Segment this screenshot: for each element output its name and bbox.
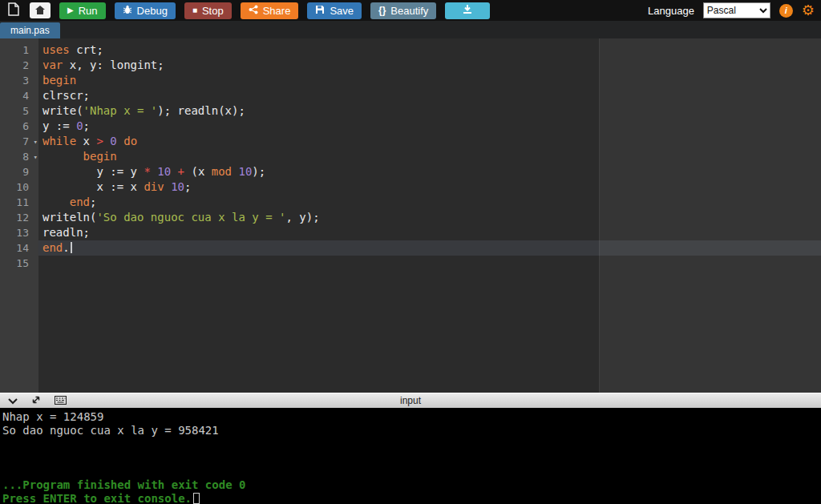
code-line[interactable] xyxy=(38,256,821,271)
onlinegdb-window: ▶ Run Debug ■ Stop Share Save {} xyxy=(0,0,821,504)
debug-button[interactable]: Debug xyxy=(115,2,176,19)
console-input-label: input xyxy=(0,395,821,406)
gutter-line-number: 6 xyxy=(0,119,38,134)
gutter-line-number: 11 xyxy=(0,195,38,210)
home-icon xyxy=(35,5,45,17)
code-line[interactable]: end. xyxy=(38,240,821,256)
expand-console-button[interactable] xyxy=(31,393,41,408)
gutter-line-number: 14 xyxy=(0,240,38,256)
share-icon xyxy=(249,5,258,17)
save-icon xyxy=(315,5,325,17)
gear-icon[interactable]: ⚙ xyxy=(802,3,815,18)
editor-gutter: 1234567▾8▾9101112131415 xyxy=(0,38,38,393)
console-line: ...Program finished with exit code 0 xyxy=(2,478,819,492)
save-button-label: Save xyxy=(330,5,354,17)
console-toolbar: input xyxy=(0,393,821,408)
code-line[interactable]: readln; xyxy=(38,225,821,240)
keyboard-icon xyxy=(55,393,67,408)
fold-toggle-icon[interactable]: ▾ xyxy=(34,150,38,165)
new-file-icon xyxy=(8,2,19,18)
tab-bar: main.pas xyxy=(0,21,821,38)
console-line xyxy=(2,465,819,478)
gutter-line-number: 3 xyxy=(0,73,38,88)
gutter-line-number: 15 xyxy=(0,256,38,271)
terminal-cursor xyxy=(193,493,200,504)
gutter-line-number: 4 xyxy=(0,88,38,103)
chevron-down-icon xyxy=(8,393,18,408)
stop-button-label: Stop xyxy=(202,5,224,17)
new-file-button[interactable] xyxy=(6,2,21,19)
download-button[interactable] xyxy=(445,2,490,19)
gutter-line-number: 13 xyxy=(0,225,38,240)
gutter-line-number: 2 xyxy=(0,58,38,73)
bug-icon xyxy=(123,5,132,17)
code-line[interactable]: while x > 0 do xyxy=(38,134,821,149)
code-line[interactable]: var x, y: longint; xyxy=(38,58,821,73)
code-line[interactable]: x := x div 10; xyxy=(38,179,821,195)
gutter-line-number: 9 xyxy=(0,164,38,179)
gutter-line-number: 8▾ xyxy=(0,149,38,164)
language-label: Language xyxy=(648,5,694,17)
code-line[interactable]: clrscr; xyxy=(38,88,821,103)
console-line xyxy=(2,437,819,451)
fold-toggle-icon[interactable]: ▾ xyxy=(34,135,38,150)
code-line[interactable]: write('Nhap x = '); readln(x); xyxy=(38,103,821,119)
debug-button-label: Debug xyxy=(137,5,168,17)
console-line: Press ENTER to exit console. xyxy=(2,492,819,504)
play-icon: ▶ xyxy=(67,6,74,14)
run-button[interactable]: ▶ Run xyxy=(59,2,106,19)
gutter-line-number: 12 xyxy=(0,210,38,225)
gutter-line-number: 1 xyxy=(0,42,38,58)
language-select[interactable]: Pascal xyxy=(703,2,770,18)
text-cursor xyxy=(71,242,72,253)
share-button-label: Share xyxy=(263,5,291,17)
code-line[interactable]: writeln('So dao nguoc cua x la y = ', y)… xyxy=(38,210,821,225)
beautify-button[interactable]: {} Beautify xyxy=(370,2,436,19)
editor-code[interactable]: uses crt;var x, y: longint;beginclrscr;w… xyxy=(38,38,821,393)
resize-diagonal-icon xyxy=(31,393,41,408)
gutter-line-number: 10 xyxy=(0,179,38,195)
stop-button[interactable]: ■ Stop xyxy=(184,2,232,19)
code-line[interactable]: begin xyxy=(38,149,821,164)
share-button[interactable]: Share xyxy=(241,2,299,19)
code-editor[interactable]: 1234567▾8▾9101112131415 uses crt;var x, … xyxy=(0,38,821,393)
stdin-settings-button[interactable] xyxy=(55,393,67,408)
projects-button[interactable] xyxy=(30,2,51,18)
toolbar: ▶ Run Debug ■ Stop Share Save {} xyxy=(0,0,821,21)
run-button-label: Run xyxy=(79,5,98,17)
save-button[interactable]: Save xyxy=(307,2,362,19)
code-line[interactable]: end; xyxy=(38,195,821,210)
console-line xyxy=(2,451,819,465)
tab-main-pas[interactable]: main.pas xyxy=(0,22,60,38)
braces-icon: {} xyxy=(378,6,386,15)
console-output[interactable]: Nhap x = 124859So dao nguoc cua x la y =… xyxy=(0,408,821,504)
download-icon xyxy=(462,4,473,17)
code-line[interactable]: begin xyxy=(38,73,821,88)
collapse-console-button[interactable] xyxy=(8,393,18,408)
stop-icon: ■ xyxy=(192,6,197,14)
code-line[interactable]: y := y * 10 + (x mod 10); xyxy=(38,164,821,179)
code-line[interactable]: uses crt; xyxy=(38,42,821,58)
code-line[interactable]: y := 0; xyxy=(38,119,821,134)
gutter-line-number: 5 xyxy=(0,103,38,119)
console-line: Nhap x = 124859 xyxy=(2,410,819,424)
info-icon[interactable]: i xyxy=(779,4,793,18)
beautify-button-label: Beautify xyxy=(390,5,428,17)
gutter-line-number: 7▾ xyxy=(0,134,38,149)
console-line: So dao nguoc cua x la y = 958421 xyxy=(2,424,819,437)
